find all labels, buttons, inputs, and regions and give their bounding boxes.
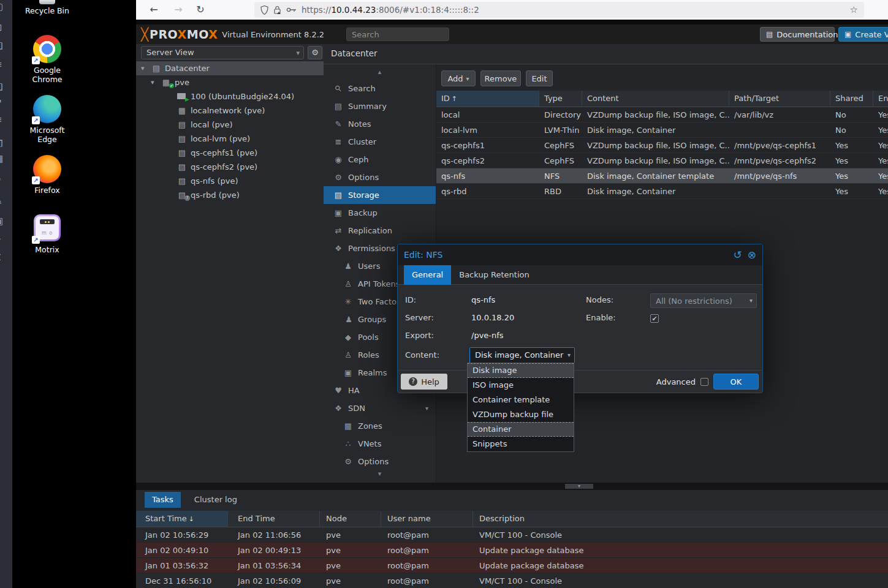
storage-row[interactable]: local-lvm LVM-Thin Disk image, Container… bbox=[436, 123, 888, 138]
nodes-combo[interactable]: All (No restrictions)▾ bbox=[650, 293, 757, 308]
reload-button[interactable]: ↻ bbox=[191, 0, 210, 20]
reset-icon[interactable]: ↺ bbox=[734, 250, 742, 260]
advanced-checkbox[interactable] bbox=[700, 378, 708, 386]
view-selector-combo[interactable]: Server View▾ bbox=[141, 46, 304, 59]
column-header-id[interactable]: ID↑ bbox=[436, 91, 539, 107]
desktop-icon-microsoft-edge[interactable]: ↗ Microsoft Edge bbox=[20, 95, 75, 144]
desktop-icon-firefox[interactable]: ↗ Firefox bbox=[20, 155, 75, 195]
dropdown-option[interactable]: Disk image bbox=[468, 363, 574, 378]
chevron-down-icon[interactable]: ▾ bbox=[425, 405, 428, 412]
back-button[interactable]: ← bbox=[145, 0, 163, 20]
dropdown-option[interactable]: Container template bbox=[468, 393, 574, 407]
desktop-icon-label[interactable]: Microsoft Edge bbox=[20, 126, 75, 144]
dropdown-option[interactable]: ISO image bbox=[468, 378, 574, 393]
storage-row[interactable]: qs-nfs NFS Disk image, Container templat… bbox=[436, 168, 888, 184]
tree-item[interactable]: ▾ local-lvm (pve) bbox=[136, 132, 324, 146]
tree-item[interactable]: ▾ localnetwork (pve) bbox=[136, 104, 324, 118]
menu-item[interactable]: Search ▾ bbox=[324, 80, 436, 97]
tab-cluster-log[interactable]: Cluster log bbox=[187, 492, 245, 508]
column-header-description[interactable]: Description bbox=[473, 511, 888, 527]
address-bar[interactable]: https://10.0.44.23:8006/#v1:0:18:4:::::8… bbox=[254, 2, 864, 18]
desktop-icon-google-chrome[interactable]: ↗ Google Chrome bbox=[20, 35, 75, 84]
column-header-content[interactable]: Content bbox=[582, 91, 729, 107]
tab-tasks[interactable]: Tasks bbox=[145, 492, 181, 508]
tree-item[interactable]: ▾ Datacenter bbox=[136, 61, 324, 75]
dialog-header[interactable]: Edit: NFS ↺ ⊗ bbox=[398, 244, 762, 265]
bookmark-star-icon[interactable]: ☆ bbox=[850, 4, 858, 15]
dropdown-option[interactable]: Container bbox=[468, 422, 574, 437]
menu-item[interactable]: Summary ▾ bbox=[324, 97, 436, 115]
desktop: Recycle Bin ↗ Google Chrome ↗ Microsoft … bbox=[12, 0, 136, 588]
scroll-down-icon[interactable]: ▾ bbox=[324, 470, 436, 478]
menu-item[interactable]: Notes ▾ bbox=[324, 115, 436, 133]
storage-row[interactable]: qs-cephfs2 CephFS VZDump backup file, IS… bbox=[436, 153, 888, 168]
column-header-start-time[interactable]: Start Time↓ bbox=[136, 511, 228, 527]
enable-checkbox[interactable]: ✔ bbox=[650, 314, 659, 323]
remove-button[interactable]: Remove bbox=[480, 70, 521, 86]
column-header-type[interactable]: Type bbox=[539, 91, 582, 107]
tree-settings-button[interactable]: ⚙ bbox=[308, 46, 322, 59]
close-icon[interactable]: ⊗ bbox=[748, 250, 756, 260]
storage-row[interactable]: qs-rbd RBD Disk image, Container Yes Yes bbox=[436, 184, 888, 199]
column-header-path[interactable]: Path/Target bbox=[729, 91, 830, 107]
key-icon[interactable] bbox=[286, 7, 297, 13]
help-button[interactable]: ? Help bbox=[401, 374, 447, 390]
chevron-down-icon[interactable]: ▾ bbox=[141, 64, 150, 72]
edit-button[interactable]: Edit bbox=[526, 70, 553, 86]
desktop-icon-label[interactable]: Firefox bbox=[20, 186, 75, 195]
global-search-input[interactable] bbox=[346, 28, 449, 41]
add-button[interactable]: Add▾ bbox=[441, 70, 476, 86]
desktop-icon-motrix[interactable]: m o ↗ Motrix bbox=[20, 214, 75, 254]
menu-item[interactable]: Backup ▾ bbox=[324, 204, 436, 222]
column-header-enabled[interactable]: Enabled bbox=[873, 91, 888, 107]
task-row[interactable]: Jan 02 10:56:29 Jan 02 11:06:56 pve root… bbox=[136, 527, 888, 543]
menu-item[interactable]: Options ▾ bbox=[324, 453, 436, 470]
menu-item[interactable]: Cluster ▾ bbox=[324, 133, 436, 151]
menu-item[interactable]: Zones ▾ bbox=[324, 417, 436, 435]
storage-row[interactable]: qs-cephfs1 CephFS VZDump backup file, IS… bbox=[436, 138, 888, 153]
panel-splitter[interactable] bbox=[136, 483, 888, 490]
chevron-down-icon[interactable]: ▾ bbox=[151, 78, 160, 86]
ok-button[interactable]: OK bbox=[713, 374, 759, 390]
lock-warning-icon[interactable] bbox=[273, 6, 281, 15]
dock-icon-fragment: ❏ bbox=[0, 81, 2, 92]
task-row[interactable]: Jan 01 03:56:32 Jan 01 03:56:34 pve root… bbox=[136, 558, 888, 573]
column-header-user-name[interactable]: User name bbox=[381, 511, 473, 527]
dropdown-option[interactable]: Snippets bbox=[468, 437, 574, 451]
dropdown-option[interactable]: VZDump backup file bbox=[468, 407, 574, 422]
tree-item[interactable]: ▾ qs-cephfs1 (pve) bbox=[136, 146, 324, 160]
desktop-icon-label[interactable]: Motrix bbox=[20, 245, 75, 254]
menu-item[interactable]: Replication ▾ bbox=[324, 222, 436, 239]
column-header-end-time[interactable]: End Time bbox=[228, 511, 320, 527]
documentation-button[interactable]: Documentation bbox=[760, 27, 835, 42]
tree-item[interactable]: ▾ 100 (UbuntuBudgie24.04) bbox=[136, 89, 324, 104]
tree-item[interactable]: ▾ qs-nfs (pve) bbox=[136, 174, 324, 188]
menu-item[interactable]: VNets ▾ bbox=[324, 435, 436, 453]
menu-item[interactable]: Options ▾ bbox=[324, 168, 436, 186]
tree-item[interactable]: ▾ local (pve) bbox=[136, 118, 324, 132]
column-header-shared[interactable]: Shared bbox=[830, 91, 873, 107]
column-header-node[interactable]: Node bbox=[320, 511, 381, 527]
desktop-icon-label[interactable]: Recycle Bin bbox=[20, 6, 75, 15]
tab-backup-retention[interactable]: Backup Retention bbox=[451, 265, 537, 285]
tree-item[interactable]: ▾ qs-cephfs2 (pve) bbox=[136, 160, 324, 174]
tree-item[interactable]: ▾ pve bbox=[136, 75, 324, 89]
task-row[interactable]: Jan 02 00:49:10 Jan 02 00:49:13 pve root… bbox=[136, 543, 888, 558]
desktop-icon-label[interactable]: Google Chrome bbox=[20, 66, 75, 84]
task-row[interactable]: Dec 31 16:56:10 Jan 02 10:56:09 pve root… bbox=[136, 573, 888, 588]
scroll-up-icon[interactable]: ▴ bbox=[324, 68, 436, 76]
menu-item[interactable]: Ceph ▾ bbox=[324, 151, 436, 168]
chevron-down-icon[interactable]: ▾ bbox=[567, 348, 571, 363]
shield-icon[interactable] bbox=[260, 6, 268, 15]
ceph-icon bbox=[332, 155, 344, 164]
storage-row[interactable]: local Directory VZDump backup file, ISO … bbox=[436, 107, 888, 123]
splitter-collapse-handle[interactable]: ▾ bbox=[565, 484, 593, 489]
content-combo[interactable]: Disk image, Container▾ bbox=[469, 347, 575, 363]
menu-item[interactable]: SDN ▾ bbox=[324, 399, 436, 417]
create-vm-button[interactable]: Create VM bbox=[838, 27, 888, 42]
tree-item[interactable]: ▾ qs-rbd (pve) bbox=[136, 188, 324, 202]
forward-button[interactable]: → bbox=[169, 0, 188, 20]
tab-general[interactable]: General bbox=[404, 265, 451, 285]
desktop-icon-recycle-bin[interactable]: Recycle Bin bbox=[20, 4, 75, 15]
menu-item[interactable]: Storage ▾ bbox=[324, 186, 436, 204]
